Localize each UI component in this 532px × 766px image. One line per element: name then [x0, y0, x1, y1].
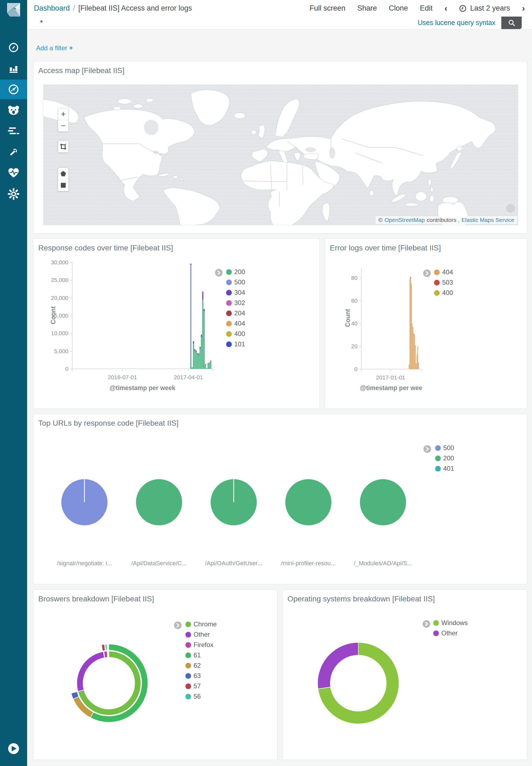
breadcrumb-dashboard-link[interactable]: Dashboard [34, 4, 70, 12]
sidebar-item-timelion[interactable] [0, 121, 27, 141]
legend-label: 204 [234, 309, 245, 317]
edit-button[interactable]: Edit [420, 4, 433, 12]
bear-face-icon [8, 105, 20, 116]
legend-item[interactable]: 57 [185, 681, 217, 691]
nav-menu: Full screen Share Clone Edit ‹ Last 2 ye… [309, 3, 525, 13]
legend-item[interactable]: 61 [185, 650, 217, 660]
svg-text:2017-04-01: 2017-04-01 [174, 374, 203, 380]
time-picker-button[interactable]: Last 2 years [459, 4, 510, 12]
legend-item[interactable]: Other [185, 629, 217, 640]
legend-item[interactable]: 304 [226, 287, 245, 298]
legend-item[interactable]: 404 [434, 267, 453, 277]
legend-label: 500 [443, 444, 454, 452]
map-attribution: © OpenStreetMap contributors , Elastic M… [376, 216, 517, 224]
sidebar-item-monitoring[interactable] [0, 163, 27, 183]
legend-item[interactable]: 204 [226, 308, 245, 318]
legend-toggle-button[interactable] [423, 620, 430, 628]
search-button[interactable] [501, 17, 522, 29]
add-filter-button[interactable]: Add a filter + [36, 44, 73, 52]
legend-item[interactable]: 62 [185, 660, 217, 671]
legend-item[interactable]: 401 [435, 464, 454, 474]
share-button[interactable]: Share [357, 4, 377, 12]
world-map[interactable]: + − [43, 84, 518, 225]
top-urls-pies[interactable] [33, 414, 527, 585]
sidebar-collapse-button[interactable] [8, 743, 19, 754]
svg-text:60: 60 [351, 297, 357, 304]
kibana-logo[interactable] [7, 3, 20, 17]
legend-item[interactable]: 500 [226, 277, 245, 287]
legend-color-dot [185, 642, 191, 648]
dashboard-gauge-icon [8, 84, 19, 95]
browsers-donut-chart[interactable] [33, 590, 278, 760]
legend-item[interactable]: Firefox [185, 640, 217, 650]
clone-button[interactable]: Clone [389, 4, 408, 12]
time-back-button[interactable]: ‹ [445, 3, 448, 13]
legend-label: 401 [443, 465, 454, 472]
legend-item[interactable]: 63 [185, 671, 217, 681]
legend-item[interactable]: 56 [185, 691, 217, 702]
legend-item[interactable]: Chrome [185, 619, 217, 629]
legend-label: 200 [443, 455, 454, 462]
legend-label: 500 [234, 278, 245, 286]
search-icon [508, 19, 515, 26]
legend-toggle-button[interactable] [423, 269, 431, 277]
svg-text:40: 40 [351, 320, 357, 326]
full-screen-button[interactable]: Full screen [309, 4, 345, 12]
time-forward-button[interactable]: › [522, 3, 525, 13]
map-zoom-out-button[interactable]: − [58, 120, 68, 131]
legend-item[interactable]: 400 [226, 329, 245, 339]
legend-item[interactable]: 200 [435, 453, 454, 464]
legend-color-dot [185, 683, 191, 689]
bar-chart-icon [8, 63, 19, 74]
sidebar-item-dev-tools[interactable] [0, 142, 27, 162]
sidebar-item-ml[interactable] [0, 100, 27, 120]
map-attribution-toggle[interactable] [506, 204, 515, 213]
panel-top-urls: Top URLs by response code [Filebeat IIS]… [33, 414, 527, 585]
sidebar-item-dashboard[interactable] [0, 80, 27, 99]
osm-link[interactable]: OpenStreetMap [384, 217, 425, 223]
map-draw-rectangle-button[interactable] [58, 179, 68, 191]
legend-item[interactable]: 404 [226, 318, 245, 329]
legend-item[interactable]: Windows [433, 618, 468, 628]
error-logs-chart[interactable]: 0204060802017-01-01 [325, 239, 527, 409]
top-urls-legend: 500200401 [435, 443, 454, 474]
panel-title: Access map [Filebeat IIS] [38, 66, 124, 75]
legend-label: Other [194, 631, 210, 638]
svg-text:0: 0 [354, 366, 357, 372]
legend-item[interactable]: 302 [226, 298, 245, 308]
pie-url-label: /_Modules/AD/Api/S... [349, 560, 417, 567]
svg-text:2017-01-01: 2017-01-01 [376, 374, 405, 380]
breadcrumb-page-title: [Filebeat IIS] Access and error logs [78, 4, 192, 12]
legend-label: 503 [442, 279, 453, 286]
map-zoom-in-button[interactable]: + [58, 108, 68, 120]
legend-toggle-button[interactable] [174, 622, 182, 629]
ems-link[interactable]: Elastic Maps Service [461, 217, 514, 223]
legend-label: 404 [442, 268, 453, 276]
legend-item[interactable]: Other [433, 628, 468, 638]
legend-label: Windows [441, 619, 468, 627]
legend-color-dot [185, 663, 191, 669]
sidebar-item-visualize[interactable] [0, 59, 27, 78]
query-bar: Uses lucene query syntax [27, 17, 532, 30]
attribution-text: contributors , [427, 217, 460, 223]
legend-color-dot [185, 673, 191, 679]
legend-color-dot [434, 290, 440, 296]
legend-item[interactable]: 200 [226, 267, 245, 277]
legend-item[interactable]: 503 [434, 277, 453, 288]
legend-item[interactable]: 101 [226, 339, 245, 349]
legend-item[interactable]: 500 [435, 443, 454, 453]
response-codes-chart[interactable]: 05,00010,00015,00020,00025,00030,0002016… [33, 239, 320, 409]
legend-toggle-button[interactable] [423, 445, 431, 453]
svg-text:5,000: 5,000 [54, 348, 68, 354]
panel-os-breakdown: Operating systems breakdown [Filebeat II… [282, 590, 527, 760]
map-draw-polygon-button[interactable] [58, 168, 68, 179]
legend-toggle-button[interactable] [215, 269, 223, 276]
lucene-syntax-link[interactable]: Uses lucene query syntax [418, 19, 495, 27]
legend-item[interactable]: 400 [434, 288, 453, 298]
sidebar-item-management[interactable] [0, 184, 27, 204]
legend-label: 101 [234, 340, 245, 348]
map-fit-data-button[interactable] [58, 141, 68, 152]
os-donut-chart[interactable] [283, 590, 527, 760]
sidebar-item-discover[interactable] [0, 38, 27, 57]
pie-url-label: /Api/OAuth/GetUser... [200, 560, 268, 567]
